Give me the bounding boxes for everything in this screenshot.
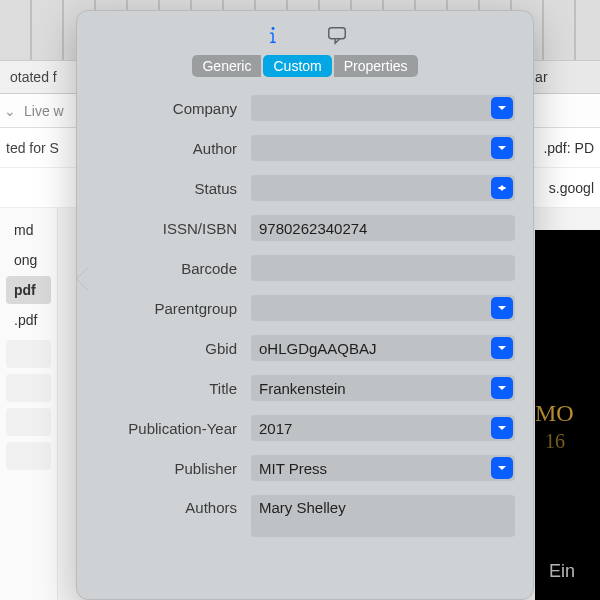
author-dropdown-button[interactable] [491,137,513,159]
gbid-dropdown-button[interactable] [491,337,513,359]
status-popup-button[interactable] [491,177,513,199]
segment-generic[interactable]: Generic [192,55,261,77]
authors-textarea[interactable] [251,495,515,537]
chevron-down-icon[interactable]: ⌄ [4,103,16,119]
segmented-control: Generic Custom Properties [77,55,533,77]
svg-rect-4 [329,28,346,39]
cover-text-fragment: Ein [549,561,575,582]
title-dropdown-button[interactable] [491,377,513,399]
info-icon[interactable] [261,23,285,47]
sidebar-item[interactable]: .pdf [6,306,51,334]
sidebar-item-placeholder [6,374,51,402]
sidebar-item-placeholder [6,408,51,436]
title-input[interactable] [251,375,515,401]
issn-input[interactable] [251,215,515,241]
pubyear-input[interactable] [251,415,515,441]
comment-icon[interactable] [325,23,349,47]
company-label: Company [95,100,251,117]
sidebar-item[interactable]: md [6,216,51,244]
parentgroup-input[interactable] [251,295,515,321]
cover-subtitle-fragment: MO [535,400,574,427]
publisher-dropdown-button[interactable] [491,457,513,479]
author-label: Author [95,140,251,157]
segment-custom[interactable]: Custom [263,55,331,77]
book-cover-preview: NK MO 16 Ein [535,230,600,600]
sidebar-item-placeholder [6,340,51,368]
author-input[interactable] [251,135,515,161]
row1-left-text: ted for S [6,140,59,156]
sidebar-item-placeholder [6,442,51,470]
publisher-input[interactable] [251,455,515,481]
parentgroup-dropdown-button[interactable] [491,297,513,319]
sidebar-item-selected[interactable]: pdf [6,276,51,304]
metadata-form: Company Author Status ISSN/ISBN [77,95,533,541]
row2-right-text: s.googl [549,180,600,196]
sidebar-file-list: md ong pdf .pdf [0,208,58,600]
row1-right-text: .pdf: PD [543,140,600,156]
segment-properties[interactable]: Properties [334,55,418,77]
issn-label: ISSN/ISBN [95,220,251,237]
gbid-input[interactable] [251,335,515,361]
pubyear-label: Publication-Year [95,420,251,437]
gbid-label: Gbid [95,340,251,357]
title-label: Title [95,380,251,397]
sidebar-item[interactable]: ong [6,246,51,274]
status-label: Status [95,180,251,197]
parentgroup-label: Parentgroup [95,300,251,317]
publisher-label: Publisher [95,460,251,477]
info-popover: Generic Custom Properties Company Author… [76,10,534,600]
company-dropdown-button[interactable] [491,97,513,119]
barcode-input[interactable] [251,255,515,281]
pubyear-dropdown-button[interactable] [491,417,513,439]
company-input[interactable] [251,95,515,121]
authors-label: Authors [95,495,251,516]
svg-point-0 [272,27,275,30]
toolbar-live-label: Live w [24,103,64,119]
status-select[interactable] [251,175,515,201]
barcode-label: Barcode [95,260,251,277]
popover-mode-toolbar [77,11,533,53]
cover-year-fragment: 16 [545,430,565,453]
